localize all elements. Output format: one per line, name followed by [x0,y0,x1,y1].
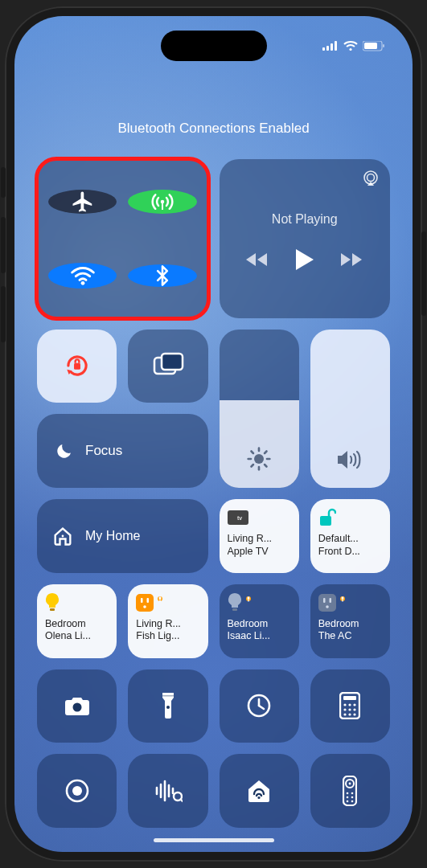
apple-tv-remote-button[interactable] [310,754,390,828]
svg-line-73 [180,800,183,802]
svg-line-53 [259,706,264,709]
svg-rect-32 [147,598,150,603]
focus-label: Focus [85,443,122,459]
svg-point-47 [342,600,343,601]
camera-button[interactable] [37,669,117,743]
accessory-line2: Olena Li... [45,630,110,643]
accessory-apple-tv[interactable]: tv Living R... Apple TV [220,499,299,573]
svg-point-56 [344,704,347,706]
svg-point-49 [166,706,170,709]
accessory-front-door[interactable]: Default... Front D... [310,499,390,573]
screen-mirroring-button[interactable] [128,330,207,403]
svg-point-77 [349,783,351,785]
svg-point-36 [159,600,161,601]
flashlight-icon [160,691,176,720]
dynamic-island [161,31,267,61]
svg-rect-13 [74,363,80,370]
flashlight-button[interactable] [128,669,207,743]
svg-rect-50 [162,695,174,697]
now-playing-label: Not Playing [272,212,338,227]
svg-line-22 [265,465,266,466]
wifi-toggle[interactable] [48,263,117,289]
accessory-line2: The AC [318,630,384,643]
bluetooth-icon [151,264,174,287]
bluetooth-toggle[interactable] [128,264,196,287]
next-track-button[interactable] [341,252,363,270]
svg-point-40 [248,600,249,601]
svg-rect-41 [318,594,336,612]
home-button[interactable] [220,754,299,828]
svg-rect-46 [341,596,343,600]
svg-rect-55 [343,696,356,700]
cellular-signal-icon [322,41,339,51]
connectivity-panel[interactable] [37,159,208,318]
svg-point-16 [254,454,264,464]
outlet-off-icon [318,592,347,613]
svg-point-64 [354,714,356,716]
accessory-bedroom-ac[interactable]: Bedroom The AC [310,584,390,658]
svg-rect-42 [323,598,326,603]
accessory-living-fish[interactable]: Living R... Fish Lig... [128,584,207,658]
svg-point-83 [351,800,354,803]
svg-point-12 [367,174,375,182]
music-recognition-button[interactable] [128,754,207,828]
svg-rect-2 [331,43,333,51]
screen-record-button[interactable] [37,754,117,828]
svg-point-48 [72,703,81,712]
svg-text:tv: tv [237,515,242,521]
cellular-data-toggle[interactable] [128,190,196,214]
airplane-mode-toggle[interactable] [48,190,117,214]
my-home-button[interactable]: My Home [37,499,208,573]
svg-point-25 [62,534,64,537]
outlet-icon [136,592,164,613]
svg-point-60 [349,709,351,711]
accessory-line1: Bedroom [45,618,110,631]
svg-point-10 [80,281,84,285]
brightness-slider[interactable] [220,330,299,489]
orientation-lock-toggle[interactable] [37,330,117,403]
moon-icon [55,441,74,461]
previous-track-button[interactable] [246,252,269,270]
accessory-line1: Living R... [136,618,201,631]
svg-point-58 [354,704,356,706]
svg-rect-0 [322,47,325,51]
accessory-line1: Bedroom [228,618,293,631]
accessory-line2: Isaac Li... [228,630,293,643]
svg-rect-37 [232,608,237,611]
accessory-line2: Fish Lig... [136,630,201,643]
svg-point-62 [344,714,347,716]
timer-button[interactable] [220,669,299,743]
airplay-icon[interactable] [361,169,380,190]
svg-point-79 [351,792,354,795]
bulb-off-icon [228,592,253,613]
svg-point-57 [349,704,351,706]
svg-rect-31 [141,598,143,603]
svg-rect-35 [159,596,162,600]
svg-point-81 [351,796,354,799]
accessory-bedroom-isaac[interactable]: Bedroom Isaac Li... [220,584,299,658]
battery-status-icon [363,41,385,51]
svg-rect-3 [335,41,337,51]
accessory-line1: Living R... [228,533,293,546]
play-button[interactable] [296,249,314,272]
home-icon [245,778,273,804]
svg-rect-6 [364,43,377,49]
svg-rect-1 [326,46,329,51]
svg-rect-15 [162,354,183,370]
calculator-button[interactable] [310,669,390,743]
house-icon [51,525,74,547]
brightness-fill [220,400,299,488]
volume-slider[interactable] [310,330,390,489]
accessory-bedroom-olena[interactable]: Bedroom Olena Li... [37,584,117,658]
warning-icon [339,595,347,611]
home-indicator[interactable] [154,838,274,842]
wifi-status-icon [343,41,358,51]
timer-icon [245,692,273,719]
svg-point-80 [347,796,349,799]
focus-button[interactable]: Focus [37,414,208,488]
svg-rect-75 [343,776,356,805]
media-panel[interactable]: Not Playing [220,159,391,318]
accessory-line1: Bedroom [318,618,384,631]
apple-tv-remote-icon [343,776,357,806]
warning-icon [244,595,253,611]
